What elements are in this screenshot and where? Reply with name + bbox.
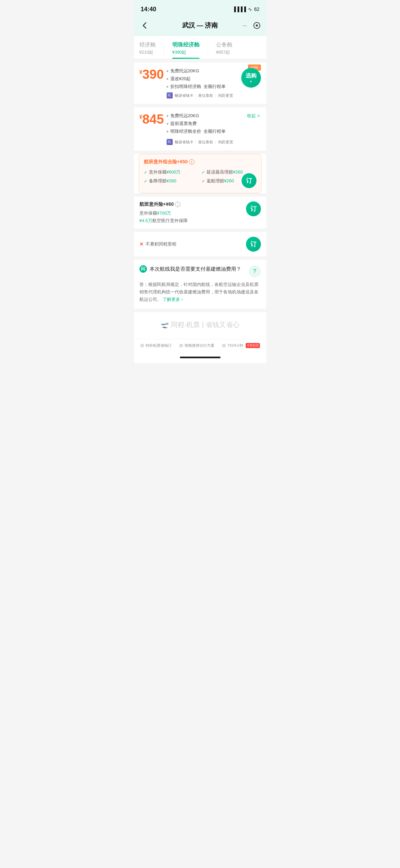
feature-text: 退改¥20起 [170,76,191,82]
feature-item: 提前退票免费 [167,121,226,127]
signal-icon: ▐▐▐▐ [232,6,246,12]
bottom-nav-item-recommend: ⊙ 智能推荐出行方案 [179,343,214,348]
insurance-line1: 意外保额¥700万 [139,210,246,216]
feature-item: 明珠经济舱全价 全额行程单 [167,128,226,134]
cross-icon: ✕ [139,241,144,247]
tag-sep: | [215,93,216,97]
tab-economy-price: ¥210起 [139,49,154,55]
check-icon: ✓ [202,170,205,175]
tab-divider-1 [164,42,164,56]
service-badge: 卡农社区 [246,343,260,348]
bottom-nav-label-service: 7X24小时 [227,343,244,348]
insurance-items-1: ✓ 意外保额¥600万 ✓ 延误最高理赔¥260 ✓ 备降理赔¥260 ✓ 返航… [144,169,256,184]
more-button[interactable]: ··· [241,20,249,31]
ins-highlight: ¥260 [167,178,176,183]
info-icon-1[interactable]: i [189,159,194,165]
buy-sub-label: ∨ [250,80,252,83]
faq-tip-icon: ? [249,265,261,277]
check-icon: ✓ [144,170,148,175]
ins-highlight-2b: ¥4.5万 [139,218,152,223]
tab-economy[interactable]: 经济舱 ¥210起 [139,41,156,59]
tag-text: 畅游省钱卡 [175,93,193,98]
tag-text: 座位靠前 [198,140,213,145]
price-tags-2: 礼 畅游省钱卡 | 座位靠前 | 间距更宽 [167,139,261,145]
subscribe-button-1[interactable]: 订 [242,173,256,188]
feature-text: 免费托运20KG [170,113,199,119]
check-circle-icon-3: ⊙ [222,343,226,348]
tab-business-price: ¥857起 [216,49,230,55]
ins-highlight: ¥600万 [167,169,181,175]
bottom-nav-label-recommend: 智能推荐出行方案 [185,343,214,348]
no-miles-label: 不累积同程里程 [146,241,176,247]
tag-text: 间距更宽 [218,93,233,98]
tab-pearl[interactable]: 明珠经济舱 ¥390起 [172,41,199,59]
subscribe-label-3: 订 [250,240,256,248]
tab-business[interactable]: 公务舱 ¥857起 [216,41,232,59]
faq-answer: 答：根据民航局规定，针对国内航线，各航空运输企业及机票销售代理机构统一代收基建燃… [139,281,261,303]
insurance-row-2: 航班意外险+¥60 i 意外保额¥700万 ¥4.5万航空医疗意外保障 订 [139,201,261,224]
wifi-icon: ∿ [248,6,252,12]
bottom-nav-item-deals: ⊙ 特价机票省钱订 [140,343,172,348]
back-button[interactable] [139,20,150,31]
price-features-2: 免费托运20KG 提前退票免费 明珠经济舱全价 全额行程单 收起 ∧ 礼 畅游省… [167,113,261,145]
bottom-nav: ⊙ 特价机票省钱订 ⊙ 智能推荐出行方案 ⊙ 7X24小时 卡农社区 [134,339,266,351]
brand-footer: 🛫 同程·机票 | 省钱又省心 [134,312,266,339]
insurance-title-1: 航班意外组合险+¥50 i [144,159,256,165]
tabs-container: 经济舱 ¥210起 明珠经济舱 ¥390起 公务舱 ¥857起 [134,36,266,59]
faq-answer-text: 答：根据民航局规定，针对国内航线，各航空运输企业及机票销售代理机构统一代收基建燃… [139,282,259,302]
feature-text: 明珠经济舱全价 全额行程单 [170,128,226,134]
page-title: 武汉 — 济南 [160,21,241,30]
collapse-button[interactable]: 收起 ∧ [247,113,261,119]
tag-text: 座位靠前 [198,93,213,98]
tab-business-label: 公务舱 [216,41,232,49]
tag-icon: 礼 [167,139,173,145]
subscribe-button-3[interactable]: 订 [246,237,261,252]
price-num-1: 390 [142,68,164,81]
status-time: 14:40 [141,6,156,13]
home-indicator [134,351,266,363]
ins-label: 备降理赔¥260 [149,178,176,184]
feature-item: 免费托运20KG [167,113,226,119]
tab-divider-2 [208,42,208,56]
faq-section: 问 本次航线我是否需要支付基建燃油费用？ ? 答：根据民航局规定，针对国内航线，… [134,260,266,309]
home-indicator-bar [180,357,221,358]
price-card-1: ¥ 390 免费托运20KG 退改¥20起 折扣明珠经济舱 全额行程单 礼 畅游… [134,62,266,104]
insurance-line2: ¥4.5万航空医疗意外保障 [139,218,246,224]
tab-economy-label: 经济舱 [139,41,156,49]
dot-icon [167,115,168,117]
tag-sep: | [195,93,196,97]
buy-label: 选购 [246,72,256,79]
buy-button-1[interactable]: 选购 ∨ [241,68,261,88]
header-left [139,20,160,31]
price-yen-2: ¥ [139,114,142,120]
insurance-name-1: 航班意外组合险+¥50 [144,159,188,165]
insurance-name-2: 航班意外险+¥60 [139,201,174,207]
ins-item: ✓ 意外保额¥600万 [144,169,199,175]
ins-label: 延误最高理赔¥260 [207,169,243,175]
insurance-card-2: 航班意外险+¥60 i 意外保额¥700万 ¥4.5万航空医疗意外保障 订 [134,197,266,229]
tag-sep: | [215,140,216,144]
faq-link[interactable]: 了解更多 › [163,297,183,302]
tag-icon: 礼 [167,92,173,98]
header: 武汉 — 济南 ··· [134,17,266,36]
bottom-nav-label-deals: 特价机票省钱订 [146,343,172,348]
status-bar: 14:40 ▐▐▐▐ ∿ 62 [134,0,266,17]
bottom-nav-item-service: ⊙ 7X24小时 卡农社区 [222,343,260,348]
ins-item: ✓ 备降理赔¥260 [144,178,199,184]
check-icon: ✓ [202,179,205,184]
subscribe-button-2[interactable]: 订 [246,201,261,216]
price-num-2: 845 [142,113,164,126]
ins-label: 意外保额¥600万 [149,169,181,175]
price-section-2: ¥ 845 免费托运20KG 提前退票免费 明珠经济舱全价 全额行程单 [139,113,261,145]
faq-icon: 问 [139,265,147,273]
info-icon-2[interactable]: i [175,202,180,207]
check-circle-icon: ⊙ [140,343,144,348]
dot-icon [167,86,168,88]
feature-text: 免费托运20KG [170,68,199,74]
price-amount-1: ¥ 390 [139,68,167,81]
ins-highlight-2: ¥700万 [157,211,171,216]
scan-button[interactable] [253,20,261,31]
tab-pearl-label: 明珠经济舱 [172,41,199,49]
faq-header: 问 本次航线我是否需要支付基建燃油费用？ ? [139,265,261,277]
faq-question-text: 本次航线我是否需要支付基建燃油费用？ [150,266,241,272]
